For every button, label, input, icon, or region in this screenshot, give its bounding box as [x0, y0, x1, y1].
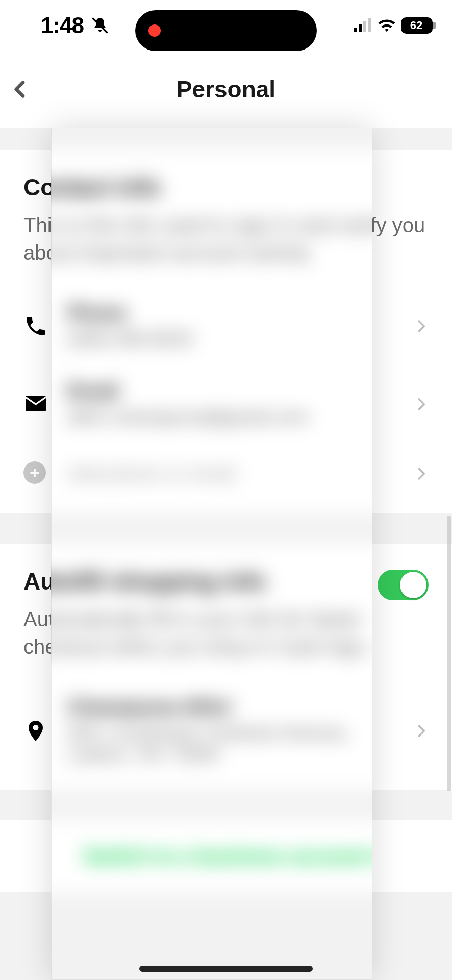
chevron-left-icon — [10, 79, 31, 100]
page-header: Personal — [0, 61, 452, 117]
autofill-card: Autofill shopping info Automatically fil… — [0, 544, 452, 790]
email-row[interactable]: Email alferi.chanaiyona@gmail.com — [23, 365, 429, 443]
status-time: 1:48 — [14, 13, 84, 38]
phone-icon — [23, 314, 48, 338]
wifi-icon — [378, 18, 396, 33]
phone-value: (580) 956-8034 — [67, 328, 413, 350]
home-indicator[interactable] — [139, 966, 313, 972]
battery-indicator: 62 — [401, 17, 433, 34]
page-title: Personal — [177, 76, 275, 103]
svg-rect-0 — [354, 28, 357, 32]
phone-row[interactable]: Phone (580) 956-8034 — [23, 287, 429, 365]
svg-rect-3 — [368, 18, 371, 32]
settings-scroll-area[interactable]: Contact info This is the info used to si… — [0, 128, 452, 980]
email-icon — [23, 392, 48, 416]
chevron-right-icon — [413, 397, 429, 412]
contact-info-card: Contact info This is the info used to si… — [0, 150, 452, 513]
silent-mode-icon — [91, 16, 109, 35]
autofill-subtitle: Automatically fill in your info for fast… — [23, 605, 429, 660]
back-button[interactable] — [5, 74, 36, 105]
address-line: 5811 Southwest Yorktown Avenue, Lawton, … — [67, 722, 413, 765]
dynamic-island[interactable] — [135, 10, 317, 51]
plus-circle-icon: + — [23, 461, 48, 486]
switch-account-card: Switch to a business account — [0, 820, 452, 892]
add-contact-label: Add phone or email — [67, 463, 413, 485]
chevron-right-icon — [413, 466, 429, 481]
address-row[interactable]: Chanaiyona Alferi 5811 Southwest Yorktow… — [23, 681, 429, 780]
email-label: Email — [67, 380, 413, 402]
add-contact-row[interactable]: + Add phone or email — [23, 443, 429, 504]
address-name: Chanaiyona Alferi — [67, 696, 413, 718]
phone-label: Phone — [67, 302, 413, 324]
email-value: alferi.chanaiyona@gmail.com — [67, 406, 413, 428]
autofill-heading: Autofill shopping info — [23, 568, 365, 595]
svg-rect-1 — [359, 24, 362, 32]
chevron-right-icon — [413, 723, 429, 739]
chevron-right-icon — [413, 318, 429, 334]
contact-info-heading: Contact info — [23, 174, 429, 201]
cellular-signal-icon — [354, 18, 372, 33]
autofill-toggle[interactable] — [378, 570, 429, 600]
svg-rect-2 — [363, 21, 366, 32]
switch-to-business-link[interactable]: Switch to a business account — [83, 845, 369, 867]
location-pin-icon — [23, 719, 48, 743]
scrollbar-indicator — [447, 516, 451, 791]
recording-indicator-icon — [148, 24, 161, 37]
contact-info-subtitle: This is the info used to sign in and not… — [23, 211, 429, 266]
